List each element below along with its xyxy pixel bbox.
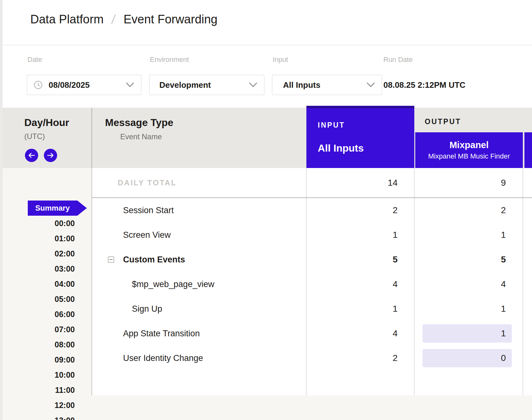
hour-tick[interactable]: 01:00	[55, 234, 75, 243]
hour-tick[interactable]: 07:00	[55, 325, 75, 333]
hour-tick[interactable]: 08:00	[55, 340, 75, 349]
hour-tick[interactable]: 10:00	[55, 371, 75, 379]
summary-badge[interactable]: Summary	[28, 201, 87, 216]
hour-tick[interactable]: 03:00	[55, 265, 75, 273]
hour-tick[interactable]: 06:00	[55, 310, 75, 318]
event-forwarding-page: Data Platform / Event Forwarding Date En…	[0, 0, 532, 420]
hour-tick[interactable]: 11:00	[55, 386, 75, 394]
hour-tick[interactable]: 04:00	[55, 280, 75, 288]
hour-tick[interactable]: 05:00	[55, 295, 75, 303]
hour-tick[interactable]: 02:00	[55, 249, 75, 258]
hour-nav: Summary 00:0001:0002:0003:0004:0005:0006…	[0, 0, 532, 420]
hour-tick[interactable]: 00:00	[55, 219, 75, 227]
hour-tick[interactable]: 13:00	[55, 416, 75, 420]
hour-tick[interactable]: 12:00	[55, 401, 75, 409]
hour-tick[interactable]: 09:00	[55, 356, 75, 364]
